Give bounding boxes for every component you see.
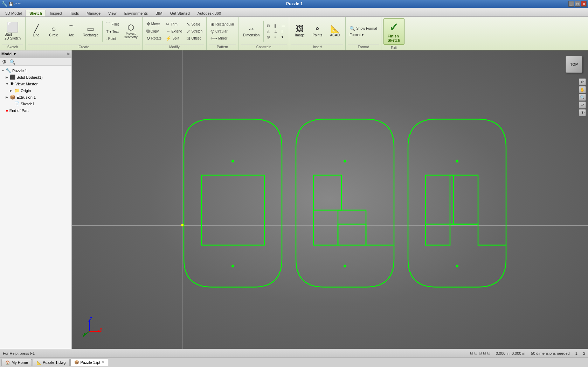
- format-dropdown-button[interactable]: Format ▾: [348, 32, 379, 37]
- finish-sketch-label: FinishSketch: [388, 34, 400, 42]
- modify-buttons: ✥ Move ⧉ Copy ↻ Rotate ✂ Trim →: [145, 18, 204, 44]
- sketch1-arrow: [10, 102, 14, 106]
- tree-item-origin[interactable]: ▶ 📁 Origin: [0, 87, 71, 94]
- start-2d-sketch-button[interactable]: ⬜ Start2D Sketch: [2, 21, 23, 42]
- move-button[interactable]: ✥ Move: [145, 21, 163, 27]
- circle-button[interactable]: ○ Circle: [45, 23, 62, 39]
- tab-bim[interactable]: BIM: [152, 10, 166, 16]
- stretch-button[interactable]: ⤢ Stretch: [185, 28, 204, 35]
- pan-btn[interactable]: ✋: [579, 86, 586, 93]
- points-button[interactable]: ⚬ Points: [309, 23, 326, 39]
- tab-puzzle-dwg-icon: 📐: [36, 360, 41, 365]
- rotate-button[interactable]: ↻ Rotate: [145, 35, 163, 42]
- filter-icon[interactable]: ⚗: [1, 59, 7, 65]
- vertical-button[interactable]: |: [280, 29, 287, 34]
- format-buttons: 🔍 Show Format Format ▾: [348, 18, 379, 44]
- parallel-button[interactable]: ∥: [272, 23, 279, 28]
- minimize-btn[interactable]: _: [568, 1, 574, 7]
- constrain-more-button[interactable]: ▾: [280, 34, 287, 40]
- tree-item-solid-bodies[interactable]: ▶ ⬛ Solid Bodies(1): [0, 74, 71, 80]
- finish-sketch-button[interactable]: ✓ FinishSketch: [383, 18, 404, 45]
- mirror-button[interactable]: ⟺ Mirror: [209, 35, 236, 42]
- start-2d-sketch-icon: ⬜: [7, 22, 19, 32]
- equal-icon: =: [274, 35, 276, 39]
- line-button[interactable]: ╱ Line: [28, 23, 44, 39]
- pattern-section-label: Pattern: [209, 44, 236, 49]
- top-view-button[interactable]: TOP: [566, 56, 582, 73]
- tree-item-view-master[interactable]: ▼ 👁 View: Master: [0, 80, 71, 87]
- close-btn[interactable]: ✕: [581, 1, 587, 7]
- horizontal-button[interactable]: —: [280, 23, 287, 28]
- tab-puzzle-ipt[interactable]: 📦 Puzzle 1.ipt ✕: [70, 359, 109, 366]
- tree-item-extrusion1[interactable]: ▶ 📦 Extrusion 1: [0, 94, 71, 100]
- finish-sketch-icon: ✓: [389, 21, 399, 34]
- equal-button[interactable]: =: [272, 34, 279, 40]
- offset-label: Offset: [191, 36, 201, 40]
- format-col: 🔍 Show Format Format ▾: [348, 25, 379, 37]
- tab-view[interactable]: View: [104, 10, 120, 16]
- split-icon: ⚡: [166, 36, 171, 41]
- fillet-label: Fillet: [111, 22, 119, 26]
- tab-puzzle-dwg[interactable]: 📐 Puzzle 1.dwg: [33, 359, 69, 366]
- rectangle-button[interactable]: ▭ Rectangle: [80, 23, 101, 39]
- offset-button[interactable]: ⊡ Offset: [185, 35, 204, 42]
- ribbon-section-sketch: ⬜ Start2D Sketch Sketch: [0, 17, 26, 50]
- zoom-btn[interactable]: 🔍: [579, 94, 586, 101]
- coincident-button[interactable]: ⊡: [265, 23, 272, 28]
- orbit-btn[interactable]: ⟳: [579, 78, 586, 85]
- tab-inspect[interactable]: Inspect: [46, 10, 66, 16]
- ribbon-section-modify: ✥ Move ⧉ Copy ↻ Rotate ✂ Trim →: [143, 17, 207, 50]
- tab-3dmodel[interactable]: 3D Model: [1, 10, 26, 16]
- look-at-btn[interactable]: 👁: [579, 109, 586, 116]
- scale-button[interactable]: ⤡ Scale: [185, 21, 204, 28]
- show-format-button[interactable]: 🔍 Show Format: [348, 25, 379, 32]
- right-toolbar: ⟳ ✋ 🔍 ⤢ 👁: [579, 78, 587, 116]
- concentric-button[interactable]: ◎: [265, 34, 272, 40]
- perpendicular-button[interactable]: ⊥: [272, 29, 279, 34]
- tab-my-home-icon: 🏠: [5, 360, 10, 365]
- extend-button[interactable]: → Extend: [164, 28, 184, 35]
- dimension-button[interactable]: ↔ Dimension: [241, 23, 262, 39]
- tab-environments[interactable]: Environments: [120, 10, 152, 16]
- model-panel-close[interactable]: ✕: [67, 52, 70, 57]
- arc-button[interactable]: ⌒ Arc: [63, 23, 79, 39]
- origin-arrow: ▶: [10, 89, 14, 92]
- text-button[interactable]: T ▾ Text: [104, 28, 120, 35]
- tab-my-home[interactable]: 🏠 My Home: [1, 359, 32, 366]
- acad-icon: 📐: [330, 25, 340, 33]
- image-button[interactable]: 🖼 Image: [291, 23, 308, 39]
- zoom-all-btn[interactable]: ⤢: [579, 101, 586, 108]
- svg-text:X: X: [100, 327, 102, 331]
- quick-access: 💾 ↶ ↷: [9, 2, 21, 6]
- circular-pattern-button[interactable]: ◎ Circular: [209, 28, 236, 35]
- window-title: Puzzle 1: [21, 1, 568, 6]
- text-label: ▾ Text: [110, 30, 119, 34]
- point-button[interactable]: · Point: [104, 35, 120, 42]
- tab-getstarted[interactable]: Get Started: [166, 10, 194, 16]
- collinear-icon: △: [267, 29, 270, 33]
- project-geometry-button[interactable]: ⬡ ProjectGeometry: [121, 22, 140, 41]
- ribbon-section-constrain: ↔ Dimension ⊡ △ ◎ ∥ ⊥ = — | ▾ Constrain: [238, 17, 289, 50]
- scale-label: Scale: [191, 22, 200, 26]
- tree-item-puzzle1[interactable]: ▼ 🔧 Puzzle 1: [0, 67, 71, 74]
- trim-button[interactable]: ✂ Trim: [164, 21, 184, 28]
- tab-tools[interactable]: Tools: [66, 10, 83, 16]
- tab-autodesk360[interactable]: Autodesk 360: [194, 10, 225, 16]
- svg-text:Z: Z: [90, 317, 92, 321]
- tree-item-end-of-part[interactable]: ● End of Part: [0, 107, 71, 114]
- tab-sketch[interactable]: Sketch: [26, 10, 46, 16]
- title-bar: 🔧 💾 ↶ ↷ Puzzle 1 _ □ ✕: [0, 0, 588, 8]
- tab-manage[interactable]: Manage: [83, 10, 104, 16]
- collinear-button[interactable]: △: [265, 29, 272, 34]
- split-button[interactable]: ⚡ Split: [164, 35, 184, 42]
- viewport[interactable]: TOP ⟳ ✋ 🔍 ⤢ 👁 Z X Y: [72, 50, 588, 349]
- maximize-btn[interactable]: □: [575, 1, 580, 7]
- tab-puzzle-ipt-close[interactable]: ✕: [102, 360, 104, 364]
- rectangular-pattern-button[interactable]: ⊞ Rectangular: [209, 21, 236, 28]
- svg-rect-3: [426, 175, 454, 224]
- search-icon[interactable]: 🔍: [9, 59, 16, 65]
- acad-button[interactable]: 📐 ACAD: [326, 23, 343, 39]
- copy-button[interactable]: ⧉ Copy: [145, 28, 163, 35]
- tree-item-sketch1[interactable]: 📄 Sketch1: [0, 100, 71, 107]
- fillet-button[interactable]: ⌒ Fillet: [104, 20, 120, 28]
